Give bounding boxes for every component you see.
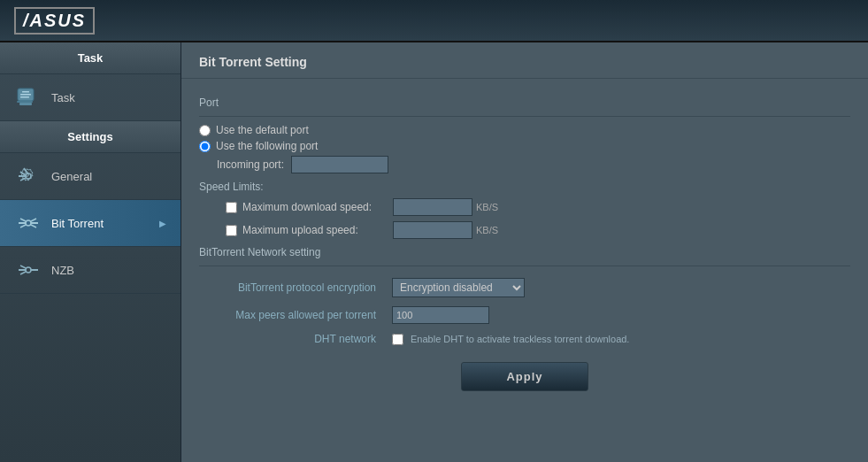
svg-line-13 — [20, 225, 26, 227]
nzb-icon — [14, 256, 42, 284]
incoming-port-input[interactable] — [291, 156, 388, 173]
max-upload-row: Maximum upload speed: KB/S — [226, 221, 850, 239]
max-upload-checkbox[interactable] — [226, 225, 237, 236]
radio-following-port-row: Use the following port — [199, 140, 850, 152]
radio-default-port-row: Use the default port — [199, 124, 850, 136]
max-peers-row: Max peers allowed per torrent — [199, 302, 850, 328]
network-divider — [199, 266, 850, 266]
max-peers-value-cell — [385, 302, 850, 328]
asus-logo: /ASUS — [14, 7, 95, 35]
max-download-label[interactable]: Maximum download speed: — [242, 201, 393, 213]
sidebar-item-nzb[interactable]: NZB — [0, 247, 181, 294]
encryption-value-cell: Encryption disabled Encryption enabled E… — [385, 273, 850, 302]
max-upload-input[interactable] — [393, 221, 472, 239]
radio-following-port-label[interactable]: Use the following port — [216, 140, 318, 152]
max-download-row: Maximum download speed: KB/S — [226, 198, 850, 216]
task-icon — [14, 83, 42, 112]
svg-line-14 — [20, 219, 26, 221]
svg-line-22 — [20, 266, 26, 268]
dht-label: DHT network — [199, 328, 385, 350]
sidebar-section-task: Task — [0, 42, 181, 74]
max-download-unit: KB/S — [476, 202, 498, 212]
content-area: Bit Torrent Setting Port Use the default… — [181, 42, 868, 462]
speed-limits-label: Speed Limits: — [199, 181, 850, 193]
svg-line-18 — [31, 225, 36, 227]
max-peers-label: Max peers allowed per torrent — [199, 302, 385, 328]
svg-point-20 — [26, 267, 31, 273]
svg-rect-4 — [20, 94, 31, 96]
port-radio-group: Use the default port Use the following p… — [199, 124, 850, 152]
incoming-port-label: Incoming port: — [217, 158, 284, 171]
max-upload-label[interactable]: Maximum upload speed: — [242, 224, 393, 236]
dht-row-inner: Enable DHT to activate trackless torrent… — [392, 334, 843, 345]
dht-row: DHT network Enable DHT to activate track… — [199, 328, 850, 350]
radio-default-port-label[interactable]: Use the default port — [216, 124, 309, 136]
sidebar: Task Task Settings — [0, 42, 181, 462]
sidebar-section-settings: Settings — [0, 121, 181, 153]
incoming-port-row: Incoming port: — [217, 156, 850, 173]
svg-rect-1 — [19, 103, 32, 105]
sidebar-bittorrent-label: Bit Torrent — [51, 217, 104, 230]
svg-rect-3 — [22, 91, 29, 93]
sidebar-item-bittorrent[interactable]: Bit Torrent — [0, 200, 181, 247]
main-layout: Task Task Settings — [0, 42, 868, 462]
svg-point-15 — [26, 220, 31, 226]
encryption-row: BitTorrent protocol encryption Encryptio… — [199, 273, 850, 302]
port-divider — [199, 116, 850, 117]
page-title: Bit Torrent Setting — [181, 42, 868, 79]
svg-rect-5 — [20, 96, 29, 98]
dht-checkbox-area — [392, 334, 407, 345]
encryption-select[interactable]: Encryption disabled Encryption enabled E… — [392, 278, 525, 297]
radio-following-port[interactable] — [199, 141, 211, 152]
encryption-label: BitTorrent protocol encryption — [199, 273, 385, 302]
svg-line-23 — [20, 272, 26, 274]
sidebar-task-label: Task — [51, 91, 75, 104]
apply-bar: Apply — [199, 353, 850, 398]
sidebar-item-task[interactable]: Task — [0, 74, 181, 121]
sidebar-nzb-label: NZB — [51, 264, 74, 277]
bittorrent-network-section: BitTorrent Network setting BitTorrent pr… — [199, 246, 850, 350]
svg-rect-2 — [17, 101, 33, 103]
svg-line-17 — [31, 219, 36, 221]
dht-value-cell: Enable DHT to activate trackless torrent… — [385, 328, 850, 350]
sidebar-item-general[interactable]: General — [0, 153, 181, 200]
max-upload-unit: KB/S — [476, 225, 498, 235]
sidebar-general-label: General — [51, 170, 92, 183]
speed-limits-section: Speed Limits: Maximum download speed: KB… — [199, 181, 850, 239]
port-section-label: Port — [199, 96, 850, 109]
header: /ASUS — [0, 0, 868, 42]
bittorrent-icon — [14, 209, 42, 237]
max-download-checkbox[interactable] — [226, 202, 237, 213]
max-peers-input[interactable] — [392, 306, 489, 324]
dht-note: Enable DHT to activate trackless torrent… — [411, 334, 629, 344]
network-section-label: BitTorrent Network setting — [199, 246, 850, 258]
max-download-input[interactable] — [393, 198, 472, 216]
apply-button[interactable]: Apply — [461, 362, 588, 391]
content-body: Port Use the default port Use the follow… — [181, 79, 868, 411]
general-icon — [14, 162, 42, 190]
dht-checkbox[interactable] — [392, 334, 403, 345]
network-table: BitTorrent protocol encryption Encryptio… — [199, 273, 850, 350]
radio-default-port[interactable] — [199, 125, 211, 136]
